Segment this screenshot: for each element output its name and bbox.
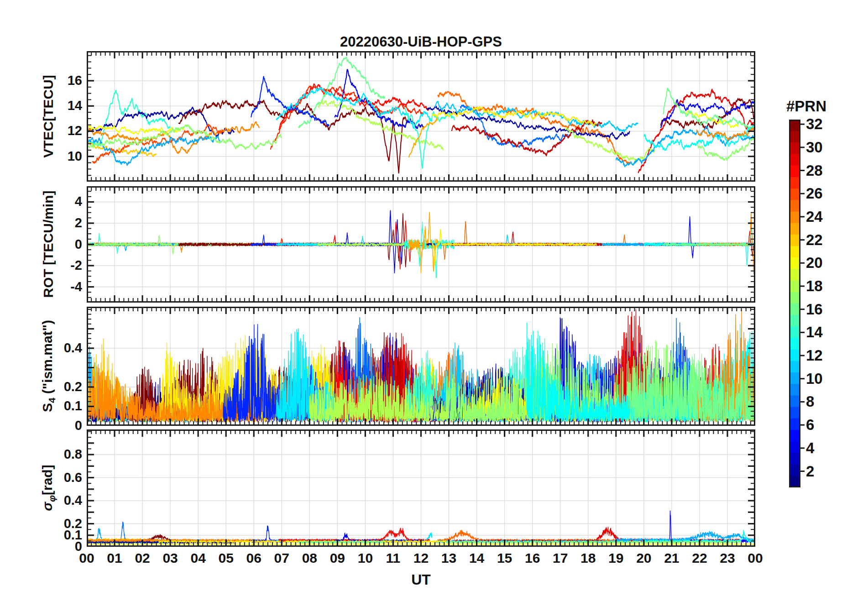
colorbar-tick-label: 24 <box>806 208 847 225</box>
x-axis-label: UT <box>87 571 755 588</box>
colorbar-tick-label: 16 <box>806 301 847 318</box>
colorbar-tick-label: 22 <box>806 231 847 249</box>
y-tick-label: 10 <box>31 149 82 164</box>
vtec-panel-canvas <box>87 51 755 182</box>
colorbar-tick-label: 4 <box>806 440 847 457</box>
colorbar-tick-label: 30 <box>806 139 847 156</box>
y-tick-label: 12 <box>31 123 82 138</box>
y-tick-label: 14 <box>31 98 82 113</box>
x-tick-label: 00 <box>737 550 774 566</box>
y-tick-label: 0 <box>31 418 82 433</box>
figure: 20220630-UiB-HOP-GPS VTEC[TECU] ROT [TEC… <box>0 0 868 607</box>
y-tick-label: 0.2 <box>31 379 82 394</box>
figure-title: 20220630-UiB-HOP-GPS <box>87 34 755 50</box>
y-tick-label: 4 <box>31 194 82 209</box>
colorbar-tick-label: 32 <box>806 115 847 133</box>
colorbar-tick-label: 2 <box>806 463 847 480</box>
sigma-phi-panel-canvas <box>87 429 755 547</box>
y-tick-label: 0.1 <box>31 398 82 413</box>
y-tick-label: 16 <box>31 73 82 88</box>
y-tick-label: 0.4 <box>31 493 82 508</box>
colorbar-tick-label: 26 <box>806 185 847 202</box>
colorbar-tick-label: 28 <box>806 162 847 179</box>
colorbar-tick-label: 20 <box>806 254 847 272</box>
colorbar-tick-label: 12 <box>806 347 847 364</box>
s4-panel-canvas <box>87 307 755 426</box>
colorbar-tick-label: 10 <box>806 370 847 387</box>
y-tick-label: -2 <box>31 258 82 273</box>
y-tick-label: 2 <box>31 215 82 230</box>
colorbar-tick-label: 18 <box>806 277 847 295</box>
y-tick-label: 0.4 <box>31 340 82 356</box>
y-tick-label: -4 <box>31 279 82 294</box>
y-tick-label: 0.8 <box>31 447 82 462</box>
colorbar-title: #PRN <box>777 98 836 115</box>
colorbar-tick-label: 14 <box>806 324 847 341</box>
colorbar-tick-label: 6 <box>806 416 847 434</box>
y-tick-label: 0 <box>31 237 82 252</box>
prn-colorbar <box>789 120 805 487</box>
y-tick-label: 0.6 <box>31 470 82 485</box>
rot-panel-canvas <box>87 186 755 303</box>
colorbar-tick-label: 8 <box>806 393 847 410</box>
